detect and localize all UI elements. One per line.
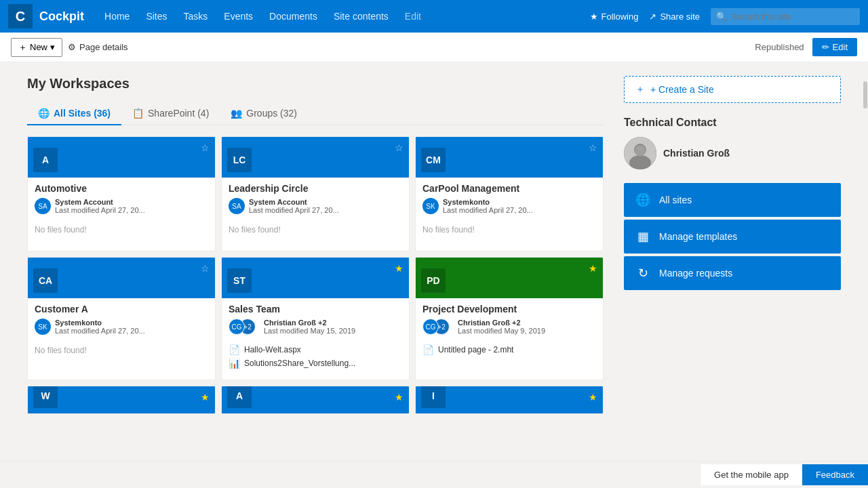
card-title-carpool: CarPool Management — [422, 183, 596, 194]
nav-site-contents[interactable]: Site contents — [327, 8, 395, 24]
card-avatar-automotive: A — [33, 148, 58, 172]
card-meta-customer-a: SK Systemkonto Last modified April 27, 2… — [35, 319, 208, 335]
card-meta-carpool: SK Systemkonto Last modified April 27, 2… — [422, 198, 596, 214]
plus-icon: ＋ — [18, 41, 27, 54]
site-card-leadership[interactable]: LC ☆ Leadership Circle SA System Account… — [221, 136, 410, 251]
card-files-automotive: No files found! — [35, 218, 208, 245]
site-card-i[interactable]: I ★ — [415, 386, 604, 414]
file-icon: 📄 — [422, 344, 434, 355]
card-body-automotive: Automotive SA System Account Last modifi… — [28, 178, 215, 251]
scrollbar[interactable] — [863, 81, 868, 217]
action-buttons: 🌐 All sites ▦ Manage templates ↻ Manage … — [624, 183, 841, 290]
nav-sites[interactable]: Sites — [139, 8, 174, 24]
sub-nav-left: ＋ New ▾ ⚙ Page details — [11, 38, 128, 57]
tab-sharepoint[interactable]: 📋 SharePoint (4) — [121, 102, 220, 125]
favorite-star-leadership[interactable]: ☆ — [395, 142, 403, 153]
following-button[interactable]: ★ Following — [590, 12, 639, 22]
manage-templates-button[interactable]: ▦ Manage templates — [624, 220, 841, 253]
site-card-customer-a[interactable]: CA ☆ Customer A SK Systemkonto Last modi… — [27, 257, 216, 380]
svg-point-3 — [635, 145, 646, 156]
card-title-automotive: Automotive — [35, 183, 208, 194]
scrollbar-thumb[interactable] — [863, 81, 867, 108]
card-files-carpool: No files found! — [422, 218, 596, 245]
favorite-star-customer-a[interactable]: ☆ — [201, 263, 210, 274]
search-input[interactable] — [711, 8, 860, 25]
main-content: My Workspaces 🌐 All Sites (36) 📋 SharePo… — [0, 62, 868, 428]
section-title: My Workspaces — [27, 76, 604, 92]
file-icon: 📊 — [229, 358, 240, 369]
contact-name: Christian Groß — [663, 148, 730, 159]
favorite-star-a2[interactable]: ★ — [395, 392, 403, 403]
groups-icon: 👥 — [231, 108, 242, 119]
templates-icon: ▦ — [635, 229, 651, 244]
card-title-project-dev: Project Development — [422, 304, 596, 314]
settings-icon: ⚙ — [68, 42, 76, 52]
favorite-star-i[interactable]: ★ — [589, 392, 597, 403]
manage-requests-button[interactable]: ↻ Manage requests — [624, 256, 841, 290]
globe-icon: 🌐 — [635, 192, 651, 207]
left-panel: My Workspaces 🌐 All Sites (36) 📋 SharePo… — [27, 76, 604, 414]
card-body-leadership: Leadership Circle SA System Account Last… — [222, 178, 409, 251]
new-button[interactable]: ＋ New ▾ — [11, 38, 62, 57]
site-card-w[interactable]: W ★ — [27, 386, 216, 414]
edit-page-button[interactable]: ✏ Edit — [812, 38, 857, 56]
favorite-star-carpool[interactable]: ☆ — [589, 142, 597, 153]
tab-all-sites[interactable]: 🌐 All Sites (36) — [27, 102, 121, 125]
favorite-star-sales-team[interactable]: ★ — [395, 263, 403, 274]
card-owner-avatar-cm: SK — [422, 198, 439, 214]
sub-navigation-bar: ＋ New ▾ ⚙ Page details Republished ✏ Edi… — [0, 33, 868, 62]
card-body-project-dev: Project Development CG +2 Christian Groß… — [416, 298, 603, 371]
card-files-customer-a: No files found! — [35, 339, 208, 366]
all-sites-button[interactable]: 🌐 All sites — [624, 183, 841, 217]
site-card-sales-team[interactable]: ST ★ Sales Team CG +2 Christian Groß +2 … — [221, 257, 410, 380]
card-avatar-leadership: LC — [227, 148, 252, 172]
card-avatar-project-dev: PD — [421, 268, 446, 293]
site-card-a2[interactable]: A ★ — [221, 386, 410, 414]
workspace-tabs: 🌐 All Sites (36) 📋 SharePoint (4) 👥 Grou… — [27, 102, 604, 125]
globe-icon: 🌐 — [38, 108, 50, 119]
site-card-project-dev[interactable]: PD ★ Project Development CG +2 Christian… — [415, 257, 604, 380]
multi-avatar-sales: CG +2 — [229, 319, 256, 335]
file-item[interactable]: 📄 Untitled page - 2.mht — [422, 343, 596, 357]
nav-tasks[interactable]: Tasks — [177, 8, 215, 24]
card-body-carpool: CarPool Management SK Systemkonto Last m… — [416, 178, 603, 251]
card-files-project-dev: 📄 Untitled page - 2.mht — [422, 339, 596, 366]
nav-documents[interactable]: Documents — [262, 8, 324, 24]
page-details-button[interactable]: ⚙ Page details — [68, 42, 128, 52]
card-body-sales-team: Sales Team CG +2 Christian Groß +2 Last … — [222, 298, 409, 380]
sub-nav-right: Republished ✏ Edit — [755, 38, 857, 56]
plus-icon: ＋ — [635, 83, 645, 96]
contact-avatar — [624, 137, 656, 169]
top-bar-actions: ★ Following ↗ Share site 🔍 — [590, 8, 860, 25]
site-card-carpool[interactable]: CM ☆ CarPool Management SK Systemkonto L… — [415, 136, 604, 251]
create-site-button[interactable]: ＋ + Create a Site — [624, 76, 841, 103]
card-avatar-w: W — [33, 386, 58, 408]
sites-grid: A ☆ Automotive SA System Account Last mo… — [27, 136, 604, 414]
edit-icon: ✏ — [822, 42, 829, 52]
tech-contact-person: Christian Groß — [624, 137, 841, 169]
card-meta-leadership: SA System Account Last modified April 27… — [229, 198, 402, 214]
favorite-star-w[interactable]: ★ — [201, 392, 210, 403]
file-item[interactable]: 📊 Solutions2Share_Vorstellung... — [229, 357, 402, 370]
sharepoint-icon: 📋 — [132, 108, 144, 119]
favorite-star-automotive[interactable]: ☆ — [201, 142, 210, 153]
card-avatar-carpool: CM — [421, 148, 446, 172]
card-avatar-i: I — [421, 386, 446, 408]
site-card-automotive[interactable]: A ☆ Automotive SA System Account Last mo… — [27, 136, 216, 251]
card-avatar-a2: A — [227, 386, 252, 408]
nav-edit[interactable]: Edit — [398, 8, 428, 24]
top-navigation-bar: C Cockpit Home Sites Tasks Events Docume… — [0, 0, 868, 33]
share-icon: ↗ — [649, 12, 656, 22]
nav-events[interactable]: Events — [217, 8, 260, 24]
top-nav: Home Sites Tasks Events Documents Site c… — [98, 8, 590, 24]
favorite-star-project-dev[interactable]: ★ — [589, 263, 597, 274]
card-meta-automotive: SA System Account Last modified April 27… — [35, 198, 208, 214]
share-site-button[interactable]: ↗ Share site — [649, 12, 700, 22]
svg-point-2 — [629, 155, 651, 169]
search-wrapper: 🔍 — [711, 8, 860, 25]
cockpit-logo[interactable]: C — [8, 4, 33, 28]
nav-home[interactable]: Home — [98, 8, 136, 24]
tab-groups[interactable]: 👥 Groups (32) — [220, 102, 308, 125]
card-body-customer-a: Customer A SK Systemkonto Last modified … — [28, 298, 215, 371]
file-item[interactable]: 📄 Hallo-Welt.aspx — [229, 343, 402, 357]
